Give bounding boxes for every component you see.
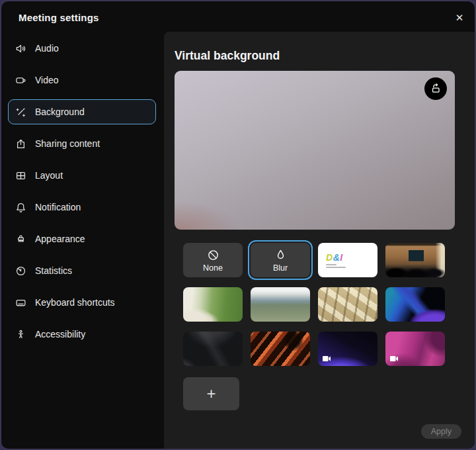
flip-camera-button[interactable]	[424, 77, 447, 100]
sidebar-item-label: Audio	[35, 43, 59, 54]
plus-icon: +	[206, 386, 216, 402]
sidebar-item-label: Keyboard shortcuts	[35, 297, 115, 308]
dialog-title: Meeting settings	[19, 12, 99, 23]
close-icon: ✕	[456, 12, 464, 24]
magic-wand-icon	[15, 107, 26, 118]
bg-option-orange-lava[interactable]	[251, 332, 310, 366]
panel-title: Virtual background	[175, 48, 464, 63]
sidebar-item-label: Statistics	[35, 265, 72, 276]
bg-option-label: Blur	[273, 263, 288, 273]
sidebar-item-keyboard-shortcuts[interactable]: Keyboard shortcuts	[8, 290, 156, 315]
paintbrush-icon	[15, 234, 26, 245]
pie-chart-icon	[15, 265, 26, 277]
sidebar-item-appearance[interactable]: Appearance	[8, 226, 156, 251]
di-logo-tagline	[326, 267, 346, 268]
bg-option-label: None	[203, 263, 223, 273]
camera-icon	[15, 75, 26, 86]
camera-preview	[175, 71, 455, 230]
bg-option-purple-glow-video[interactable]	[318, 332, 377, 366]
bell-icon	[15, 202, 26, 213]
sidebar-item-label: Video	[35, 75, 59, 85]
bg-option-di-logo[interactable]: D&I	[318, 243, 377, 277]
speaker-icon	[15, 43, 26, 54]
flip-camera-icon	[430, 83, 442, 95]
sidebar-item-sharing-content[interactable]: Sharing content	[8, 131, 156, 156]
bg-option-pink-waves-video[interactable]	[385, 332, 445, 366]
sidebar-item-label: Appearance	[35, 234, 85, 244]
share-icon	[15, 138, 26, 150]
bg-option-dark-swirl[interactable]	[183, 332, 243, 366]
video-camera-badge-icon	[322, 355, 331, 362]
keyboard-icon	[15, 297, 26, 308]
sidebar-item-audio[interactable]: Audio	[8, 36, 156, 61]
sidebar-item-label: Background	[35, 107, 85, 117]
di-logo-text: D&I	[326, 253, 377, 262]
di-logo-tagline	[326, 264, 337, 265]
sidebar-item-video[interactable]: Video	[8, 68, 156, 93]
video-camera-badge-icon	[389, 355, 399, 362]
meeting-settings-dialog: Meeting settings ✕ Audio Video Backgroun…	[0, 0, 476, 450]
bg-option-blurred-mountains[interactable]	[251, 287, 310, 322]
add-background-button[interactable]: +	[183, 377, 239, 410]
sidebar-item-accessibility[interactable]: Accessibility	[8, 322, 156, 347]
accessibility-person-icon	[15, 329, 26, 340]
apply-button-label: Apply	[431, 427, 452, 436]
sidebar-item-notification[interactable]: Notification	[8, 195, 156, 220]
sidebar-item-label: Sharing content	[35, 138, 100, 149]
bg-option-patio-couch[interactable]	[183, 287, 243, 322]
bg-option-window-blinds[interactable]	[318, 287, 377, 322]
layout-grid-icon	[15, 170, 26, 181]
bg-option-office-room[interactable]	[385, 243, 445, 277]
bg-option-blur[interactable]: Blur	[251, 243, 310, 277]
sidebar-item-label: Layout	[35, 170, 63, 181]
close-button[interactable]: ✕	[451, 9, 468, 26]
bg-option-none[interactable]: None	[183, 243, 243, 277]
sidebar-item-background[interactable]: Background	[8, 99, 156, 124]
virtual-background-panel: Virtual background None Blur D&I	[164, 32, 475, 449]
settings-sidebar: Audio Video Background Sharing content L…	[1, 30, 163, 449]
sidebar-item-statistics[interactable]: Statistics	[8, 258, 156, 283]
background-options-grid: None Blur D&I	[183, 243, 475, 366]
apply-button[interactable]: Apply	[421, 424, 461, 439]
sidebar-item-label: Notification	[35, 202, 81, 212]
prohibited-icon	[206, 248, 220, 262]
sidebar-item-layout[interactable]: Layout	[8, 163, 156, 188]
bg-option-abstract-blue-purple[interactable]	[385, 287, 445, 322]
sidebar-item-label: Accessibility	[35, 329, 85, 339]
droplet-icon	[274, 248, 288, 262]
